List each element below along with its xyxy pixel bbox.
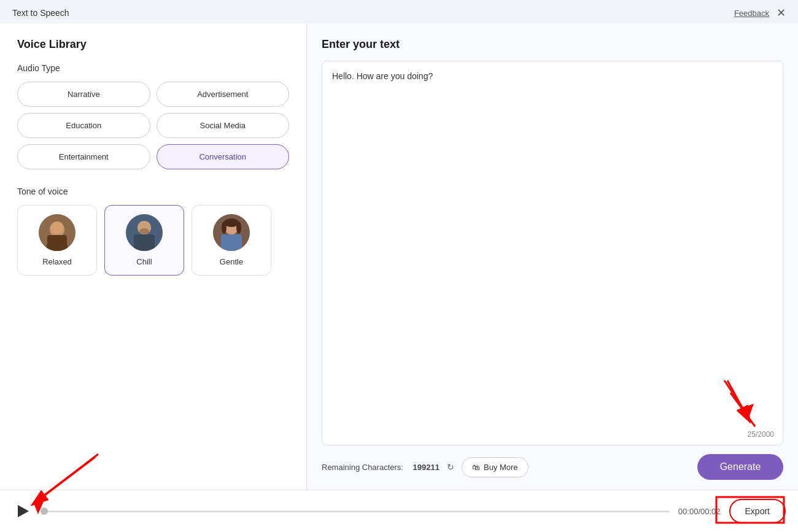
bottom-bar: Remaining Characters: 199211 ↻ 🛍 Buy Mor… [322, 454, 783, 480]
tone-relaxed[interactable]: Relaxed [17, 205, 97, 276]
audio-type-entertainment[interactable]: Entertainment [17, 144, 150, 169]
text-area-container: Hello. How are you doing? 25/2000 [322, 61, 783, 445]
buy-more-icon: 🛍 [472, 463, 480, 472]
svg-rect-9 [47, 235, 67, 251]
left-panel: Voice Library Audio Type Narrative Adver… [0, 23, 307, 490]
export-button[interactable]: Export [729, 499, 786, 523]
svg-point-8 [51, 222, 63, 234]
generate-button[interactable]: Generate [697, 454, 783, 480]
title-bar-actions: Feedback ✕ [734, 7, 786, 18]
remaining-chars-label: Remaining Characters: 199211 [322, 463, 440, 472]
player-bar: 00:00/00:02 Export [0, 490, 798, 532]
char-count: 25/2000 [748, 430, 774, 439]
progress-track[interactable] [41, 511, 670, 512]
buy-more-button[interactable]: 🛍 Buy More [462, 457, 529, 477]
voice-library-title: Voice Library [17, 38, 289, 51]
buy-more-label: Buy More [484, 463, 518, 472]
svg-point-21 [236, 222, 241, 234]
main-content: Voice Library Audio Type Narrative Adver… [0, 23, 798, 490]
tone-chill[interactable]: Chill [104, 205, 184, 276]
audio-type-social-media[interactable]: Social Media [157, 113, 290, 138]
audio-type-grid: Narrative Advertisement Education Social… [17, 82, 289, 169]
audio-type-narrative[interactable]: Narrative [17, 82, 150, 107]
remaining-label-text: Remaining Characters: [322, 463, 403, 472]
tone-chill-label: Chill [136, 257, 152, 266]
text-input[interactable]: Hello. How are you doing? [332, 71, 773, 435]
tone-relaxed-label: Relaxed [42, 257, 72, 266]
svg-rect-12 [134, 234, 155, 251]
close-button[interactable]: ✕ [777, 7, 786, 18]
tone-label: Tone of voice [17, 187, 289, 196]
audio-type-conversation[interactable]: Conversation [157, 144, 290, 169]
feedback-link[interactable]: Feedback [734, 9, 769, 18]
tone-chill-avatar [126, 214, 163, 251]
refresh-icon[interactable]: ↻ [447, 462, 454, 472]
svg-point-14 [139, 228, 149, 234]
tone-gentle[interactable]: Gentle [192, 205, 271, 276]
time-display: 00:00/00:02 [678, 507, 721, 516]
play-button[interactable] [12, 501, 32, 521]
tone-grid: Relaxed Chill [17, 205, 289, 276]
tone-gentle-label: Gentle [220, 257, 243, 266]
audio-type-advertisement[interactable]: Advertisement [157, 82, 290, 107]
right-panel: Enter your text Hello. How are you doing… [307, 23, 798, 490]
svg-point-20 [222, 222, 227, 234]
tone-relaxed-avatar [39, 214, 76, 251]
remaining-value: 199211 [413, 463, 440, 472]
play-icon [18, 505, 29, 517]
audio-type-label: Audio Type [17, 63, 289, 73]
audio-type-education[interactable]: Education [17, 113, 150, 138]
title-bar: Text to Speech Feedback ✕ [0, 0, 798, 23]
svg-rect-17 [221, 234, 242, 251]
enter-text-title: Enter your text [322, 38, 783, 51]
progress-container [41, 511, 670, 512]
progress-thumb[interactable] [41, 507, 48, 515]
app-title: Text to Speech [12, 8, 69, 18]
tone-gentle-avatar [213, 214, 250, 251]
